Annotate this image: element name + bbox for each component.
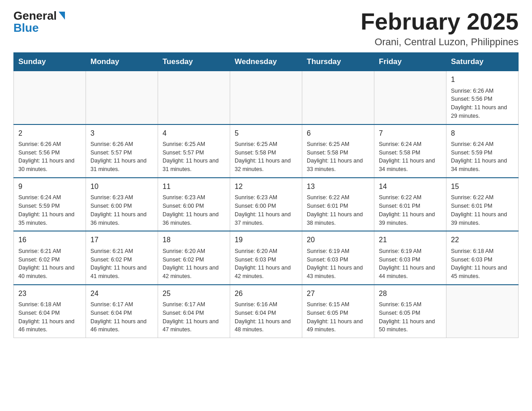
weekday-header-row: SundayMondayTuesdayWednesdayThursdayFrid… xyxy=(14,53,519,71)
day-info: Sunrise: 6:26 AM Sunset: 5:56 PM Dayligh… xyxy=(18,140,81,174)
calendar-cell xyxy=(446,285,519,338)
weekday-header-friday: Friday xyxy=(374,53,446,71)
calendar-cell xyxy=(14,71,86,124)
day-number: 1 xyxy=(451,75,514,85)
calendar-cell: 21Sunrise: 6:19 AM Sunset: 6:03 PM Dayli… xyxy=(374,231,446,284)
day-number: 10 xyxy=(90,182,153,192)
day-number: 3 xyxy=(90,128,153,138)
day-number: 13 xyxy=(307,182,369,192)
calendar-cell: 1Sunrise: 6:26 AM Sunset: 5:56 PM Daylig… xyxy=(446,71,519,124)
day-info: Sunrise: 6:26 AM Sunset: 5:56 PM Dayligh… xyxy=(451,87,514,120)
logo-blue-text: Blue xyxy=(13,21,39,35)
calendar-cell: 10Sunrise: 6:23 AM Sunset: 6:00 PM Dayli… xyxy=(86,178,158,231)
day-number: 8 xyxy=(451,128,514,138)
calendar-cell: 25Sunrise: 6:17 AM Sunset: 6:04 PM Dayli… xyxy=(158,285,230,338)
day-number: 25 xyxy=(163,289,225,299)
weekday-header-tuesday: Tuesday xyxy=(158,53,230,71)
calendar-week-row: 9Sunrise: 6:24 AM Sunset: 5:59 PM Daylig… xyxy=(14,178,519,231)
calendar-cell xyxy=(158,71,230,124)
day-info: Sunrise: 6:25 AM Sunset: 5:57 PM Dayligh… xyxy=(163,140,225,174)
day-number: 18 xyxy=(163,235,225,245)
day-number: 11 xyxy=(163,182,225,192)
day-info: Sunrise: 6:15 AM Sunset: 6:05 PM Dayligh… xyxy=(307,300,369,334)
calendar-cell: 13Sunrise: 6:22 AM Sunset: 6:01 PM Dayli… xyxy=(302,178,374,231)
calendar-week-row: 1Sunrise: 6:26 AM Sunset: 5:56 PM Daylig… xyxy=(14,71,519,124)
day-info: Sunrise: 6:23 AM Sunset: 6:00 PM Dayligh… xyxy=(163,193,225,227)
calendar-cell: 24Sunrise: 6:17 AM Sunset: 6:04 PM Dayli… xyxy=(86,285,158,338)
day-info: Sunrise: 6:24 AM Sunset: 5:58 PM Dayligh… xyxy=(379,140,442,174)
day-info: Sunrise: 6:18 AM Sunset: 6:04 PM Dayligh… xyxy=(18,300,81,334)
day-info: Sunrise: 6:25 AM Sunset: 5:58 PM Dayligh… xyxy=(307,140,369,174)
day-info: Sunrise: 6:24 AM Sunset: 5:59 PM Dayligh… xyxy=(451,140,514,174)
calendar-cell: 22Sunrise: 6:18 AM Sunset: 6:03 PM Dayli… xyxy=(446,231,519,284)
day-number: 20 xyxy=(307,235,369,245)
calendar-cell: 19Sunrise: 6:20 AM Sunset: 6:03 PM Dayli… xyxy=(230,231,302,284)
day-number: 4 xyxy=(163,128,225,138)
month-title: February 2025 xyxy=(360,9,519,34)
calendar-cell xyxy=(374,71,446,124)
calendar-cell: 2Sunrise: 6:26 AM Sunset: 5:56 PM Daylig… xyxy=(14,124,86,178)
logo: General Blue xyxy=(13,9,65,35)
day-number: 22 xyxy=(451,235,514,245)
day-number: 21 xyxy=(379,235,442,245)
day-number: 26 xyxy=(235,289,297,299)
day-info: Sunrise: 6:19 AM Sunset: 6:03 PM Dayligh… xyxy=(307,247,369,281)
calendar-cell: 11Sunrise: 6:23 AM Sunset: 6:00 PM Dayli… xyxy=(158,178,230,231)
day-number: 16 xyxy=(18,235,81,245)
day-info: Sunrise: 6:22 AM Sunset: 6:01 PM Dayligh… xyxy=(307,193,369,227)
day-number: 19 xyxy=(235,235,297,245)
calendar-cell: 23Sunrise: 6:18 AM Sunset: 6:04 PM Dayli… xyxy=(14,285,86,338)
calendar-cell: 18Sunrise: 6:20 AM Sunset: 6:02 PM Dayli… xyxy=(158,231,230,284)
day-info: Sunrise: 6:25 AM Sunset: 5:58 PM Dayligh… xyxy=(235,140,297,174)
calendar-cell: 12Sunrise: 6:23 AM Sunset: 6:00 PM Dayli… xyxy=(230,178,302,231)
day-number: 2 xyxy=(18,128,81,138)
location-title: Orani, Central Luzon, Philippines xyxy=(360,36,519,48)
day-info: Sunrise: 6:18 AM Sunset: 6:03 PM Dayligh… xyxy=(451,247,514,281)
day-number: 15 xyxy=(451,182,514,192)
day-number: 17 xyxy=(90,235,153,245)
calendar-cell: 17Sunrise: 6:21 AM Sunset: 6:02 PM Dayli… xyxy=(86,231,158,284)
weekday-header-saturday: Saturday xyxy=(446,53,519,71)
day-info: Sunrise: 6:21 AM Sunset: 6:02 PM Dayligh… xyxy=(90,247,153,281)
day-info: Sunrise: 6:19 AM Sunset: 6:03 PM Dayligh… xyxy=(379,247,442,281)
page-header: General Blue February 2025 Orani, Centra… xyxy=(13,9,519,48)
day-info: Sunrise: 6:17 AM Sunset: 6:04 PM Dayligh… xyxy=(163,300,225,334)
calendar-week-row: 2Sunrise: 6:26 AM Sunset: 5:56 PM Daylig… xyxy=(14,124,519,178)
day-number: 27 xyxy=(307,289,369,299)
day-info: Sunrise: 6:15 AM Sunset: 6:05 PM Dayligh… xyxy=(379,300,442,334)
day-number: 7 xyxy=(379,128,442,138)
logo-arrow-icon xyxy=(59,12,65,20)
calendar-cell: 14Sunrise: 6:22 AM Sunset: 6:01 PM Dayli… xyxy=(374,178,446,231)
day-info: Sunrise: 6:16 AM Sunset: 6:04 PM Dayligh… xyxy=(235,300,297,334)
day-info: Sunrise: 6:22 AM Sunset: 6:01 PM Dayligh… xyxy=(379,193,442,227)
calendar-cell xyxy=(302,71,374,124)
calendar-body: 1Sunrise: 6:26 AM Sunset: 5:56 PM Daylig… xyxy=(14,71,519,338)
weekday-header-monday: Monday xyxy=(86,53,158,71)
calendar-cell: 5Sunrise: 6:25 AM Sunset: 5:58 PM Daylig… xyxy=(230,124,302,178)
weekday-header-wednesday: Wednesday xyxy=(230,53,302,71)
calendar-cell: 27Sunrise: 6:15 AM Sunset: 6:05 PM Dayli… xyxy=(302,285,374,338)
calendar-cell: 20Sunrise: 6:19 AM Sunset: 6:03 PM Dayli… xyxy=(302,231,374,284)
day-info: Sunrise: 6:23 AM Sunset: 6:00 PM Dayligh… xyxy=(235,193,297,227)
day-info: Sunrise: 6:24 AM Sunset: 5:59 PM Dayligh… xyxy=(18,193,81,227)
calendar-header: SundayMondayTuesdayWednesdayThursdayFrid… xyxy=(14,53,519,71)
title-block: February 2025 Orani, Central Luzon, Phil… xyxy=(360,9,519,48)
calendar-cell: 6Sunrise: 6:25 AM Sunset: 5:58 PM Daylig… xyxy=(302,124,374,178)
day-info: Sunrise: 6:20 AM Sunset: 6:02 PM Dayligh… xyxy=(163,247,225,281)
day-info: Sunrise: 6:21 AM Sunset: 6:02 PM Dayligh… xyxy=(18,247,81,281)
day-number: 6 xyxy=(307,128,369,138)
day-number: 24 xyxy=(90,289,153,299)
day-info: Sunrise: 6:20 AM Sunset: 6:03 PM Dayligh… xyxy=(235,247,297,281)
weekday-header-thursday: Thursday xyxy=(302,53,374,71)
calendar-cell: 7Sunrise: 6:24 AM Sunset: 5:58 PM Daylig… xyxy=(374,124,446,178)
calendar-cell xyxy=(230,71,302,124)
calendar-week-row: 16Sunrise: 6:21 AM Sunset: 6:02 PM Dayli… xyxy=(14,231,519,284)
weekday-header-sunday: Sunday xyxy=(14,53,86,71)
calendar-table: SundayMondayTuesdayWednesdayThursdayFrid… xyxy=(13,52,519,338)
calendar-cell: 3Sunrise: 6:26 AM Sunset: 5:57 PM Daylig… xyxy=(86,124,158,178)
calendar-cell: 4Sunrise: 6:25 AM Sunset: 5:57 PM Daylig… xyxy=(158,124,230,178)
calendar-cell: 26Sunrise: 6:16 AM Sunset: 6:04 PM Dayli… xyxy=(230,285,302,338)
day-info: Sunrise: 6:23 AM Sunset: 6:00 PM Dayligh… xyxy=(90,193,153,227)
day-number: 28 xyxy=(379,289,442,299)
day-number: 5 xyxy=(235,128,297,138)
